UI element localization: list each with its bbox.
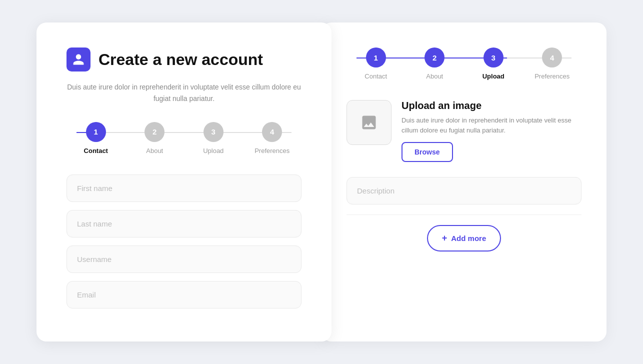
right-step-label-4: Preferences xyxy=(534,72,570,80)
email-input[interactable] xyxy=(66,281,302,308)
right-card: 1 Contact 2 About 3 Upload 4 Pref xyxy=(322,22,606,342)
last-name-input[interactable] xyxy=(66,210,302,238)
username-field xyxy=(66,246,302,273)
step-circle-2: 2 xyxy=(144,122,164,142)
browse-button[interactable]: Browse xyxy=(402,142,453,162)
step-label-2: About xyxy=(146,147,163,154)
subtitle-text: Duis aute irure dolor in reprehenderit i… xyxy=(66,82,302,104)
first-name-field xyxy=(66,174,302,202)
right-step-3: 3 Upload xyxy=(464,48,523,80)
header: Create a new account xyxy=(66,48,302,72)
description-input[interactable] xyxy=(346,177,582,204)
upload-title: Upload an image xyxy=(402,100,582,112)
step-label-3: Upload xyxy=(203,147,224,154)
step-label-1: Contact xyxy=(84,147,108,154)
right-step-2: 2 About xyxy=(406,48,464,80)
last-name-field xyxy=(66,210,302,238)
header-icon xyxy=(66,48,90,72)
right-step-circle-4: 4 xyxy=(542,48,562,68)
username-input[interactable] xyxy=(66,246,302,273)
step-2: 2 About xyxy=(126,122,184,154)
step-circle-4: 4 xyxy=(262,122,282,142)
user-icon xyxy=(72,53,85,66)
upload-description: Duis aute irure dolor in reprehenderit i… xyxy=(402,116,582,135)
add-more-button[interactable]: + Add more xyxy=(427,225,502,252)
right-step-circle-1: 1 xyxy=(366,48,386,68)
right-step-circle-2: 2 xyxy=(424,48,444,68)
image-placeholder-icon xyxy=(360,114,378,132)
upload-preview xyxy=(346,100,392,145)
right-step-1: 1 Contact xyxy=(346,48,406,80)
page-title: Create a new account xyxy=(98,50,263,69)
left-card: Create a new account Duis aute irure dol… xyxy=(36,22,332,342)
step-4: 4 Preferences xyxy=(243,122,302,154)
step-1: 1 Contact xyxy=(66,122,126,154)
cards-container: Create a new account Duis aute irure dol… xyxy=(36,22,606,342)
step-label-4: Preferences xyxy=(254,147,290,154)
divider xyxy=(346,214,582,215)
right-step-label-1: Contact xyxy=(364,72,387,80)
right-step-circle-3: 3 xyxy=(484,48,504,68)
left-stepper: 1 Contact 2 About 3 Upload 4 Pref xyxy=(66,122,302,154)
first-name-input[interactable] xyxy=(66,174,302,202)
step-circle-1: 1 xyxy=(86,122,106,142)
right-step-4: 4 Preferences xyxy=(523,48,582,80)
right-step-label-2: About xyxy=(426,72,443,80)
right-step-label-3: Upload xyxy=(482,72,504,80)
upload-info: Upload an image Duis aute irure dolor in… xyxy=(402,100,582,162)
step-3: 3 Upload xyxy=(184,122,243,154)
step-circle-3: 3 xyxy=(204,122,224,142)
email-field xyxy=(66,281,302,308)
plus-icon: + xyxy=(442,233,448,244)
right-stepper: 1 Contact 2 About 3 Upload 4 Pref xyxy=(346,48,582,80)
upload-section: Upload an image Duis aute irure dolor in… xyxy=(346,100,582,162)
add-more-label: Add more xyxy=(451,234,486,242)
